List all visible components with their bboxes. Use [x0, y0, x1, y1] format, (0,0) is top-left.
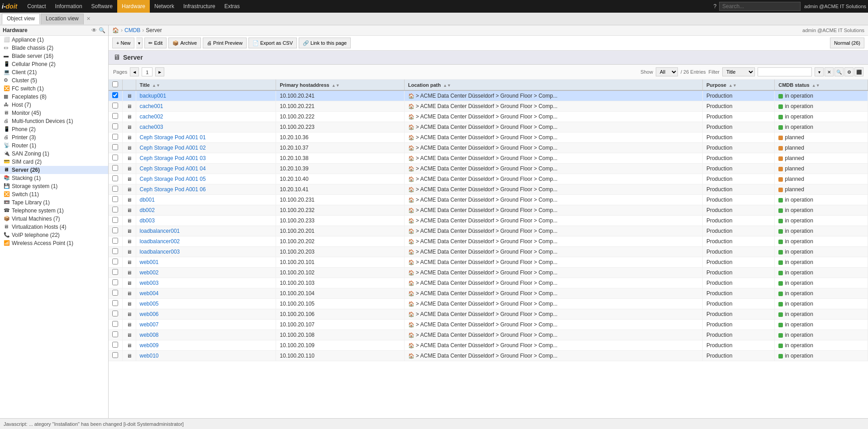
search-input[interactable]: [719, 2, 801, 11]
row-title-link[interactable]: Ceph Storage Pod A001 05: [140, 176, 206, 182]
row-title-link[interactable]: loadbalancer003: [140, 249, 180, 255]
filter-column-select[interactable]: Title IP Location: [722, 67, 755, 76]
row-title-link[interactable]: web007: [140, 321, 159, 328]
row-title-link[interactable]: cache001: [140, 103, 163, 109]
sidebar-item-sim[interactable]: 💳SIM card (2): [0, 158, 108, 166]
filter-export-button[interactable]: ⬛: [854, 67, 863, 76]
header-ip[interactable]: Primary hostaddress ▲▼: [276, 80, 405, 90]
row-title-link[interactable]: web009: [140, 342, 159, 349]
row-checkbox[interactable]: [112, 144, 118, 150]
row-checkbox[interactable]: [112, 217, 118, 223]
sidebar-item-faceplate[interactable]: ▦Faceplates (8): [0, 93, 108, 101]
nav-infrastructure[interactable]: Infrastructure: [179, 0, 220, 13]
tab-close-icon[interactable]: ✕: [86, 16, 91, 22]
header-title[interactable]: Title ▲▼: [136, 80, 276, 90]
print-button[interactable]: 🖨 Print Preview: [203, 38, 247, 48]
row-title-link[interactable]: Ceph Storage Pod A001 01: [140, 134, 206, 141]
sidebar-item-vhost[interactable]: 🖥Virtualization Hosts (4): [0, 223, 108, 231]
row-checkbox[interactable]: [112, 342, 118, 348]
row-checkbox[interactable]: [112, 290, 118, 296]
row-title-link[interactable]: web006: [140, 311, 159, 317]
row-checkbox[interactable]: [112, 279, 118, 285]
sidebar-item-switch[interactable]: 🔀Switch (11): [0, 190, 108, 198]
sidebar-item-phone[interactable]: 📱Cellular Phone (2): [0, 60, 108, 68]
sidebar-item-voip[interactable]: 📞VoIP telephone (22): [0, 231, 108, 239]
sidebar-item-appliance[interactable]: ⬜Appliance (1): [0, 36, 108, 44]
row-title-link[interactable]: Ceph Storage Pod A001 02: [140, 145, 206, 151]
filter-search-button[interactable]: 🔍: [835, 67, 844, 76]
header-status[interactable]: CMDB status ▲▼: [775, 80, 868, 90]
filter-dropdown-button[interactable]: ▾: [815, 67, 824, 76]
sidebar-item-cluster[interactable]: ⚙Cluster (5): [0, 76, 108, 85]
row-title-link[interactable]: web004: [140, 290, 159, 297]
row-title-link[interactable]: db001: [140, 197, 155, 203]
row-checkbox[interactable]: [112, 186, 118, 192]
row-title-link[interactable]: web008: [140, 332, 159, 338]
row-checkbox[interactable]: [112, 238, 118, 244]
row-title-link[interactable]: loadbalancer001: [140, 228, 180, 234]
sidebar-item-client[interactable]: 💻Client (21): [0, 68, 108, 76]
show-select[interactable]: All 25 50 100: [656, 67, 678, 76]
sidebar-item-monitor[interactable]: 🖥Monitor (45): [0, 109, 108, 117]
row-checkbox[interactable]: [112, 134, 118, 140]
nav-information[interactable]: Information: [51, 0, 87, 13]
sidebar-item-blade-chassis[interactable]: ▭Blade chassis (2): [0, 44, 108, 52]
row-title-link[interactable]: loadbalancer002: [140, 238, 180, 245]
row-checkbox[interactable]: [112, 331, 118, 337]
row-checkbox[interactable]: [112, 207, 118, 212]
row-title-link[interactable]: Ceph Storage Pod A001 03: [140, 155, 206, 161]
row-checkbox[interactable]: [112, 123, 118, 129]
page-prev-button[interactable]: ◄: [130, 67, 139, 76]
nav-hardware[interactable]: Hardware: [117, 0, 150, 13]
nav-contact[interactable]: Contact: [23, 0, 50, 13]
archive-button[interactable]: 📦 Archive: [168, 38, 201, 48]
row-checkbox[interactable]: [112, 352, 118, 358]
select-all-checkbox[interactable]: [112, 81, 118, 87]
sidebar-item-printer[interactable]: 🖨Printer (3): [0, 133, 108, 141]
filter-clear-button[interactable]: ✕: [825, 67, 834, 76]
export-button[interactable]: 📄 Export as CSV: [248, 38, 297, 48]
sidebar-view-icon[interactable]: 👁: [91, 27, 97, 33]
nav-network[interactable]: Network: [150, 0, 179, 13]
sidebar-search-icon[interactable]: 🔍: [99, 27, 105, 33]
row-checkbox[interactable]: [112, 321, 118, 327]
sidebar-item-wap[interactable]: 📶Wireless Access Point (1): [0, 239, 108, 247]
sidebar-item-san[interactable]: 🔌SAN Zoning (1): [0, 150, 108, 158]
sidebar-item-blade-server[interactable]: ▬Blade server (16): [0, 52, 108, 60]
row-checkbox[interactable]: [112, 311, 118, 316]
row-checkbox[interactable]: [112, 300, 118, 306]
edit-button[interactable]: ✏ Edit: [144, 38, 167, 48]
row-title-link[interactable]: Ceph Storage Pod A001 04: [140, 165, 206, 172]
row-checkbox[interactable]: [112, 175, 118, 181]
row-title-link[interactable]: web003: [140, 280, 159, 286]
row-title-link[interactable]: web010: [140, 353, 159, 359]
row-title-link[interactable]: Ceph Storage Pod A001 06: [140, 186, 206, 193]
row-checkbox[interactable]: [112, 269, 118, 275]
breadcrumb-cmdb[interactable]: CMDB: [124, 27, 140, 33]
sidebar-item-tel[interactable]: ☎Telephone system (1): [0, 207, 108, 215]
nav-extras[interactable]: Extras: [220, 0, 244, 13]
row-title-link[interactable]: db002: [140, 207, 155, 213]
header-select-all[interactable]: [109, 80, 122, 90]
row-title-link[interactable]: web005: [140, 301, 159, 307]
row-title-link[interactable]: cache003: [140, 124, 163, 130]
header-location[interactable]: Location path ▲▼: [404, 80, 702, 90]
row-checkbox[interactable]: [112, 155, 118, 160]
row-checkbox[interactable]: [112, 259, 118, 264]
row-checkbox[interactable]: [112, 92, 118, 98]
link-button[interactable]: 🔗 Link to this page: [299, 38, 351, 48]
sidebar-item-switch[interactable]: 🔀FC switch (1): [0, 85, 108, 93]
row-title-link[interactable]: web001: [140, 259, 159, 265]
row-checkbox[interactable]: [112, 196, 118, 202]
new-dropdown-button[interactable]: ▾: [136, 38, 143, 48]
row-checkbox[interactable]: [112, 103, 118, 108]
filter-settings-button[interactable]: ⚙: [844, 67, 854, 76]
sidebar-item-stack[interactable]: 📚Stacking (1): [0, 174, 108, 182]
help-icon[interactable]: ?: [713, 3, 716, 9]
row-title-link[interactable]: backup001: [140, 93, 167, 99]
sidebar-item-mfd[interactable]: 🖨Multi-function Devices (1): [0, 117, 108, 125]
row-checkbox[interactable]: [112, 165, 118, 171]
breadcrumb-home-icon[interactable]: 🏠: [112, 27, 119, 33]
new-button[interactable]: + New: [112, 38, 134, 48]
normal-view-button[interactable]: Normal (26): [830, 38, 864, 48]
